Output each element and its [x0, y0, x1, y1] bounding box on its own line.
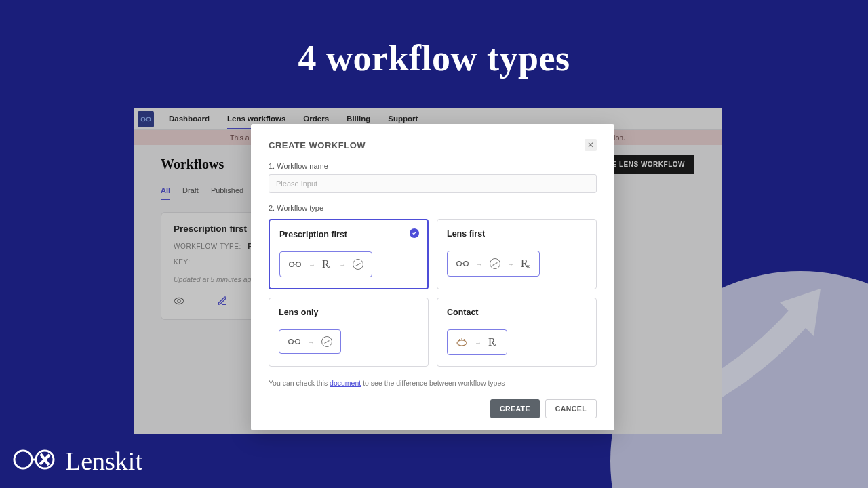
svg-point-9	[457, 340, 467, 346]
flow-preview: → → Rx	[447, 251, 540, 277]
svg-point-8	[296, 340, 300, 344]
workflow-name-input[interactable]	[269, 174, 597, 193]
brand-footer: Lenskit	[12, 446, 142, 476]
flow-preview: →	[279, 329, 341, 354]
close-icon[interactable]: ✕	[585, 139, 597, 151]
glasses-icon	[456, 260, 469, 267]
arrow-icon: →	[475, 339, 481, 346]
type-label: Lens only	[279, 308, 418, 317]
type-prescription-first[interactable]: Prescription first → Rx →	[269, 219, 429, 289]
type-lens-only[interactable]: Lens only →	[269, 298, 429, 367]
glasses-icon	[288, 261, 302, 268]
hint-text: You can check this document to see the d…	[269, 379, 597, 387]
create-workflow-modal: CREATE WORKFLOW ✕ 1. Workflow name 2. Wo…	[251, 124, 614, 430]
flow-preview: → Rx	[447, 329, 507, 355]
svg-point-6	[464, 262, 469, 266]
create-button[interactable]: CREATE	[490, 399, 540, 418]
type-label: Lens first	[447, 229, 587, 239]
type-contact[interactable]: Contact → Rx	[437, 298, 597, 367]
step-2-label: 2. Workflow type	[269, 204, 597, 212]
type-label: Prescription first	[279, 230, 418, 239]
lens-icon	[321, 336, 332, 347]
svg-point-4	[296, 262, 301, 267]
brand-name: Lenskit	[65, 446, 142, 476]
svg-point-3	[290, 262, 294, 267]
arrow-icon: →	[308, 338, 315, 346]
cancel-button[interactable]: CANCEL	[545, 399, 597, 418]
glasses-icon	[288, 338, 301, 345]
arrow-icon: →	[476, 260, 483, 268]
flow-preview: → Rx →	[279, 251, 372, 277]
arrow-icon: →	[507, 260, 514, 268]
rx-icon: Rx	[488, 336, 498, 348]
lens-icon	[353, 259, 363, 270]
check-icon	[410, 228, 419, 238]
type-label: Contact	[447, 308, 587, 317]
type-lens-first[interactable]: Lens first → → Rx	[437, 219, 597, 289]
modal-title: CREATE WORKFLOW	[269, 140, 366, 150]
rx-icon: Rx	[322, 258, 332, 270]
contact-icon	[456, 338, 468, 347]
document-link[interactable]: document	[330, 379, 361, 387]
brand-logo-icon	[12, 446, 56, 476]
svg-point-10	[14, 451, 32, 468]
lens-icon	[490, 258, 500, 269]
arrow-icon: →	[309, 261, 315, 268]
slide-title: 4 workflow types	[0, 37, 868, 79]
step-1-label: 1. Workflow name	[269, 162, 597, 170]
svg-point-7	[289, 340, 294, 344]
rx-icon: Rx	[521, 258, 531, 270]
arrow-icon: →	[339, 261, 346, 268]
svg-point-5	[457, 262, 462, 266]
